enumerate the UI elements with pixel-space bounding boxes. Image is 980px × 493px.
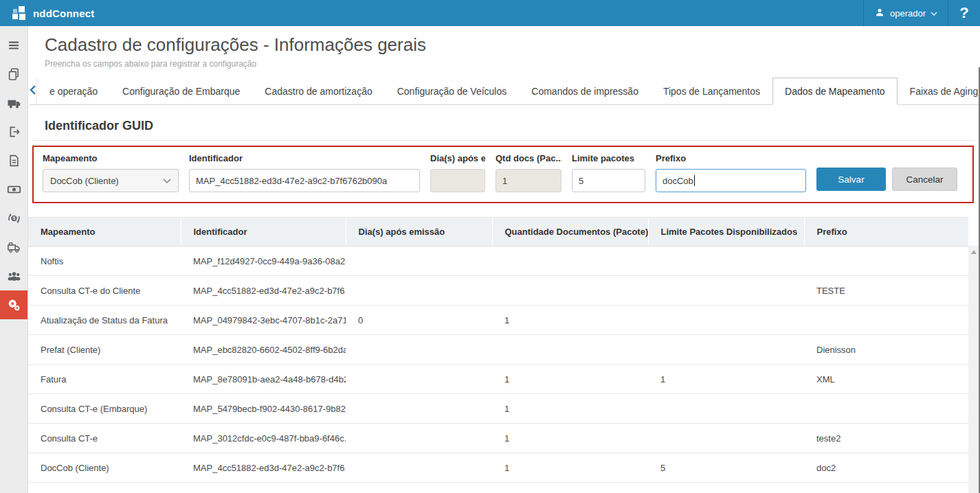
table-row[interactable]: Atualização de Status da FaturaMAP_04979…: [28, 306, 968, 335]
column-header-quantidade-documentos-pacote[interactable]: Quantidade Documentos (Pacote): [492, 218, 648, 246]
table-row[interactable]: Consulta CT-eMAP_3012cfdc-e0c9-487f-bba9…: [28, 424, 968, 453]
mapeamento-select[interactable]: DocCob (Cliente): [43, 169, 179, 192]
table-cell: Dienisson: [804, 335, 968, 365]
tab-comandos-de-impress-o[interactable]: Comandos de impressão: [519, 78, 651, 104]
tab-tipos-de-lan-amentos[interactable]: Tipos de Lançamentos: [651, 78, 772, 104]
table-cell: [492, 276, 648, 306]
sidebar-item-menu[interactable]: [0, 31, 27, 60]
table-cell: [648, 394, 804, 424]
sidebar-item-money-sync[interactable]: $: [0, 204, 27, 233]
dias-apos-input: [430, 169, 485, 192]
limite-pacotes-input[interactable]: [572, 169, 645, 192]
table-cell: 1: [492, 306, 648, 335]
gears-icon: [7, 298, 21, 312]
mapeamento-label: Mapeamento: [43, 153, 179, 163]
sidebar-item-users[interactable]: [0, 262, 27, 290]
document-icon: [7, 154, 21, 168]
sidebar-item-settings[interactable]: [0, 290, 27, 319]
top-bar: nddConnect operador ?: [0, 0, 980, 26]
table-cell: MAP_f12d4927-0cc9-449a-9a36-08a20...: [181, 246, 346, 276]
sidebar-item-money[interactable]: [0, 175, 27, 204]
user-name: operador: [890, 8, 926, 19]
svg-text:$: $: [12, 216, 15, 221]
column-header-limite-pacotes-disponibilizados[interactable]: Limite Pacotes Disponibilizados: [648, 218, 804, 246]
table-cell: doc2: [804, 453, 968, 483]
tab-faixas-de-aging[interactable]: Faixas de Aging: [898, 78, 980, 104]
table-cell: MAP_8e78091b-aea2-4a48-b678-d4b2...: [181, 365, 346, 394]
table-cell: [346, 394, 492, 424]
tab-e-opera-o[interactable]: e operação: [37, 78, 110, 104]
money-icon: [7, 183, 21, 196]
section-divider: [32, 140, 975, 141]
table-cell: 1: [492, 453, 648, 483]
limite-pacotes-label: Limite pacotes: [572, 153, 645, 163]
identificador-label: Identificador: [189, 153, 420, 163]
text-caret: [694, 175, 695, 186]
user-menu[interactable]: operador: [863, 0, 948, 26]
truck-icon: [7, 96, 21, 110]
table-cell: [492, 335, 648, 365]
table-cell: [648, 246, 804, 276]
identificador-input[interactable]: [189, 169, 420, 192]
table-cell: [346, 365, 492, 394]
prefixo-input[interactable]: docCob: [656, 169, 806, 192]
sidebar-item-documents[interactable]: [0, 60, 27, 89]
tab-cadastro-de-amortiza-o[interactable]: Cadastro de amortização: [252, 78, 384, 104]
table-cell: 5: [648, 453, 804, 483]
table-cell: 1: [492, 365, 648, 394]
menu-icon: [7, 38, 21, 52]
table-row[interactable]: Prefat (Cliente)MAP_ebc82820-6602-4502-8…: [28, 335, 968, 365]
chevron-down-icon: [931, 8, 937, 19]
table-cell: MAP_4cc51882-ed3d-47e2-a9c2-b7f6...: [181, 453, 346, 483]
section-heading: Identificador GUID: [45, 119, 964, 133]
mapeamento-value: DocCob (Cliente): [50, 176, 119, 186]
table-row[interactable]: Consulta CT-e do ClienteMAP_4cc51882-ed3…: [28, 276, 968, 306]
table-cell: [346, 453, 492, 483]
column-header-prefixo[interactable]: Prefixo: [804, 218, 968, 246]
dias-apos-label: Dia(s) após e...: [430, 153, 485, 163]
tab-dados-de-mapeamento[interactable]: Dados de Mapeamento: [772, 78, 898, 105]
table-cell: [346, 424, 492, 453]
table-cell: [648, 306, 804, 335]
table-cell: teste2: [804, 424, 968, 453]
scroll-up-arrow-icon[interactable]: [971, 250, 977, 254]
tab-scroll-left-button[interactable]: [30, 78, 37, 104]
column-header-mapeamento[interactable]: Mapeamento: [28, 218, 181, 246]
sidebar-item-truck[interactable]: [0, 89, 27, 117]
qtd-docs-input: [495, 169, 561, 192]
tab-configura-o-de-embarque[interactable]: Configuração de Embarque: [110, 78, 252, 104]
table-cell: Consulta CT-e: [28, 424, 181, 453]
main-content: Cadastro de configurações - Informações …: [28, 26, 980, 493]
table-cell: 1: [492, 424, 648, 453]
column-header-dia-s-ap-s-emiss-o[interactable]: Dia(s) após emissão: [346, 218, 492, 246]
table-cell: TESTE: [804, 276, 968, 306]
table-cell: [648, 335, 804, 365]
column-header-identificador[interactable]: Identificador: [181, 218, 346, 246]
table-row[interactable]: FaturaMAP_8e78091b-aea2-4a48-b678-d4b2..…: [28, 365, 968, 394]
table-cell: Atualização de Status da Fatura: [28, 306, 181, 335]
table-cell: MAP_ebc82820-6602-4502-8ff9-6b2da...: [181, 335, 346, 365]
table-cell: Fatura: [28, 365, 181, 394]
save-button[interactable]: Salvar: [816, 168, 886, 191]
brand: nddConnect: [0, 6, 95, 21]
table-cell: DocCob (Cliente): [28, 453, 181, 483]
table-row[interactable]: Consulta CT-e (Embarque)MAP_5479becb-f90…: [28, 394, 968, 424]
sidebar-item-export[interactable]: [0, 117, 27, 146]
sidebar-item-document[interactable]: [0, 146, 27, 175]
tab-configura-o-de-ve-culos[interactable]: Configuração de Veículos: [385, 78, 520, 104]
prefixo-label: Prefixo: [656, 153, 806, 163]
table-cell: [648, 276, 804, 306]
table-row[interactable]: DocCob (Cliente)MAP_4cc51882-ed3d-47e2-a…: [28, 453, 968, 483]
table-row[interactable]: NoftisMAP_f12d4927-0cc9-449a-9a36-08a20.…: [28, 246, 968, 276]
help-button[interactable]: ?: [948, 0, 980, 26]
table-cell: MAP_04979842-3ebc-4707-8b1c-2a71...: [181, 306, 346, 335]
cancel-button[interactable]: Cancelar: [892, 168, 957, 191]
table-cell: Noftis: [28, 246, 181, 276]
copy-icon: [7, 67, 21, 81]
chevron-left-icon: [30, 85, 36, 97]
table-cell: [804, 306, 968, 335]
prefixo-value: docCob: [662, 176, 693, 186]
sidebar-item-delivery[interactable]: [0, 233, 27, 262]
money-sync-icon: $: [7, 211, 21, 225]
table-cell: 1: [648, 365, 804, 394]
